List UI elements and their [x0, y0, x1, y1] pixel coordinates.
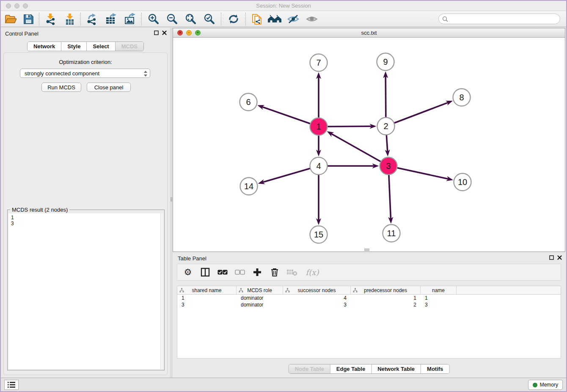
graph-node-label: 8: [459, 93, 464, 102]
zoom-selected-icon[interactable]: [202, 13, 217, 25]
network-window-title: scc.txt: [173, 30, 565, 36]
app-title: Session: New Session: [1, 3, 566, 9]
tab-network[interactable]: Network: [28, 42, 61, 51]
zoom-fit-icon[interactable]: [184, 13, 198, 25]
canvas-hscroll-thumb[interactable]: [364, 248, 369, 251]
table-cell[interactable]: 3: [177, 301, 237, 308]
table-row[interactable]: 1dominator411: [177, 295, 561, 301]
table-cell[interactable]: 3: [421, 301, 457, 308]
table-cell[interactable]: 1: [351, 295, 421, 301]
open-file-icon[interactable]: [3, 13, 18, 25]
unchecked-boxes-icon[interactable]: [234, 266, 245, 278]
criterion-value: strongly connected component: [25, 70, 99, 77]
network-canvas[interactable]: 7968124314101511: [173, 38, 565, 251]
split-columns-icon[interactable]: [200, 266, 211, 278]
graph-node-label: 10: [458, 177, 467, 187]
delete-table-icon[interactable]: [286, 266, 297, 278]
tab-mcds[interactable]: MCDS: [115, 42, 143, 51]
graph-node-label: 15: [314, 230, 323, 239]
add-column-icon[interactable]: [252, 266, 263, 278]
memory-button[interactable]: Memory: [528, 380, 563, 390]
table-cell[interactable]: 1: [421, 295, 457, 301]
column-header-successor-nodes[interactable]: successor nodes: [283, 286, 351, 294]
table-cell[interactable]: dominator: [237, 301, 283, 308]
column-header-mcds-role[interactable]: MCDS role: [237, 286, 283, 294]
save-session-icon[interactable]: [21, 13, 36, 25]
control-panel-header: Control Panel: [1, 28, 170, 39]
main-toolbar: [1, 11, 566, 27]
tab-select[interactable]: Select: [86, 42, 115, 51]
table-cell[interactable]: 2: [351, 301, 421, 308]
memory-status-dot-icon: [533, 383, 537, 387]
delete-column-icon[interactable]: [269, 266, 280, 278]
home-network-icon[interactable]: [267, 13, 282, 25]
result-scrollbar[interactable]: [160, 213, 163, 369]
show-eye-icon[interactable]: [305, 13, 319, 25]
network-view-window: ✕ − + scc.txt 7968124314101511: [173, 28, 565, 252]
close-panel-button[interactable]: Close panel: [87, 83, 131, 92]
mcds-result-title: MCDS result (2 nodes): [10, 207, 69, 213]
toolbar-separator: [80, 13, 81, 25]
import-table-icon[interactable]: [63, 13, 77, 25]
run-mcds-button[interactable]: Run MCDS: [41, 83, 81, 92]
graph-node-label: 3: [386, 161, 391, 171]
optimization-criterion-label: Optimization criterion:: [4, 59, 167, 65]
copy-network-icon[interactable]: [250, 13, 264, 25]
control-panel-tabs: Network Style Select MCDS: [27, 41, 144, 51]
table-cell[interactable]: 3: [283, 301, 351, 308]
control-panel-title: Control Panel: [5, 30, 39, 37]
table-panel: Table Panel ⚙: [173, 253, 565, 378]
search-input[interactable]: [450, 16, 560, 22]
column-header-name[interactable]: name: [421, 286, 457, 294]
table-toolbar: ⚙ f(x): [177, 264, 561, 281]
checked-boxes-icon[interactable]: [217, 266, 228, 278]
graph-node-label: 14: [244, 182, 253, 191]
graph-edge-3-10[interactable]: [388, 166, 449, 179]
graph-edge-2-8[interactable]: [386, 102, 448, 126]
column-header-shared-name[interactable]: shared name: [177, 286, 237, 294]
graph-node-label: 9: [383, 57, 388, 66]
tab-network-table[interactable]: Network Table: [371, 364, 421, 373]
tab-edge-table[interactable]: Edge Table: [330, 364, 371, 373]
table-panel-title: Table Panel: [178, 255, 206, 262]
tree-icon: [353, 288, 358, 294]
mcds-result-text[interactable]: 1 3: [8, 213, 163, 369]
tab-motifs[interactable]: Motifs: [421, 364, 449, 373]
criterion-select[interactable]: strongly connected component: [20, 69, 150, 78]
toolbar-separator: [245, 13, 246, 25]
node-table: shared name MCDS role successor nodes pr…: [177, 286, 561, 359]
function-builder-icon[interactable]: f(x): [304, 266, 321, 278]
mcds-panel-body: Optimization criterion: strongly connect…: [3, 52, 168, 375]
table-cell[interactable]: 1: [177, 295, 237, 301]
import-network-icon[interactable]: [43, 13, 58, 25]
search-box[interactable]: [438, 14, 560, 24]
zoom-in-icon[interactable]: [146, 13, 161, 25]
graph-edge-3-1[interactable]: [331, 134, 388, 166]
task-history-button[interactable]: [4, 380, 19, 390]
tab-node-table[interactable]: Node Table: [289, 364, 330, 373]
gear-icon[interactable]: ⚙: [182, 266, 193, 278]
table-row[interactable]: 3dominator323: [177, 301, 561, 308]
zoom-out-icon[interactable]: [165, 13, 179, 25]
toolbar-separator: [221, 13, 221, 25]
title-bar: Session: New Session: [1, 1, 566, 11]
float-table-panel-icon[interactable]: [549, 255, 554, 260]
table-cell[interactable]: dominator: [237, 295, 283, 301]
float-panel-icon[interactable]: [154, 30, 159, 35]
tree-icon: [239, 288, 243, 294]
export-network-icon[interactable]: [85, 13, 99, 25]
table-cell[interactable]: 4: [283, 295, 351, 301]
tab-style[interactable]: Style: [61, 42, 86, 51]
export-image-icon[interactable]: [123, 13, 138, 25]
tree-icon: [285, 288, 290, 294]
table-body: 1dominator4113dominator323: [177, 295, 561, 308]
network-graph[interactable]: 7968124314101511: [173, 38, 565, 251]
hide-panel-eye-icon[interactable]: [286, 13, 300, 25]
network-window-titlebar[interactable]: ✕ − + scc.txt: [173, 28, 565, 38]
export-table-icon[interactable]: [104, 13, 118, 25]
refresh-icon[interactable]: [226, 13, 241, 25]
close-panel-icon[interactable]: [162, 30, 167, 35]
divider-grip-icon[interactable]: [171, 197, 172, 202]
column-header-predecessor-nodes[interactable]: predecessor nodes: [351, 286, 421, 294]
close-table-panel-icon[interactable]: [557, 255, 562, 260]
